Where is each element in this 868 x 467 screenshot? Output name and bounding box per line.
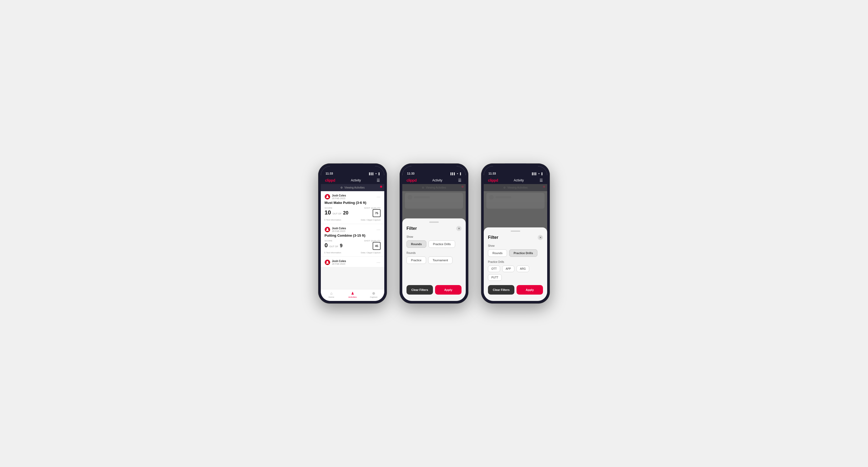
rounds-section-2: Rounds Practice Tournament <box>406 251 462 264</box>
nav-activities[interactable]: ♟ Activities <box>342 291 363 298</box>
rounds-label-2: Rounds <box>406 251 462 254</box>
test-info-text-1: Test Information <box>326 219 341 221</box>
practice-drills-btn-2[interactable]: Practice Drills <box>429 240 455 248</box>
card-footer-2: ℹ Test Information Data: Clippd Capture <box>324 251 380 254</box>
card-header-3: Josh Coles 28 Feb 2023 ··· <box>324 259 380 265</box>
signal-icon: ▌▌▌ <box>369 173 374 175</box>
show-btn-row-2: Rounds Practice Drills <box>406 240 462 248</box>
activity-title-1: Must Make Putting (3-6 ft) <box>324 201 380 205</box>
user-name-1: Josh Coles <box>332 194 346 197</box>
practice-drills-label-3: Practice Drills <box>488 260 543 263</box>
hamburger-icon-3[interactable]: ☰ <box>539 178 543 183</box>
out-of-2: OUT OF <box>329 245 338 248</box>
score-value-2: 0 <box>324 242 328 249</box>
avatar-3 <box>324 259 330 265</box>
notch <box>342 163 363 169</box>
tournament-btn-2[interactable]: Tournament <box>428 256 453 264</box>
modal-actions-2: Clear Filters Apply <box>406 285 462 294</box>
filter-close-2[interactable]: ✕ <box>456 226 462 231</box>
signal-icon-3: ▌▌▌ <box>532 173 537 175</box>
modal-handle-3 <box>511 230 520 232</box>
more-dots-3[interactable]: ··· <box>377 260 380 264</box>
more-dots-2[interactable]: ··· <box>377 227 380 232</box>
test-info-text-2: Test Information <box>326 251 341 254</box>
shot-quality-badge-1: 75 <box>373 209 380 217</box>
battery-icon-3: ▐ <box>541 173 542 175</box>
apply-btn-2[interactable]: Apply <box>435 285 462 294</box>
arg-btn-3[interactable]: ARG <box>517 266 529 272</box>
practice-round-btn-2[interactable]: Practice <box>406 256 426 264</box>
time-3: 11:33 <box>489 172 496 175</box>
ott-btn-3[interactable]: OTT <box>488 266 500 272</box>
clear-filters-btn-2[interactable]: Clear Filters <box>406 285 433 294</box>
capture-icon: ⊕ <box>372 291 375 295</box>
nav-home[interactable]: ⌂ Home <box>321 291 342 298</box>
clear-filters-btn-3[interactable]: Clear Filters <box>488 285 515 294</box>
bottom-nav-1: ⌂ Home ♟ Activities ⊕ Capture <box>321 289 384 301</box>
nav-bar-1: clippd Activity ☰ <box>321 177 384 184</box>
activity-card-1: Josh Coles 28 Feb 2023 ··· Must Make Put… <box>321 191 384 224</box>
show-section-2: Show Rounds Practice Drills <box>406 235 462 248</box>
test-info-2: ℹ Test Information <box>324 251 341 254</box>
user-name-date-2: Josh Coles 28 Feb 2023 <box>332 227 346 232</box>
activity-card-3-partial: Josh Coles 28 Feb 2023 ··· <box>321 257 384 267</box>
putt-btn-3[interactable]: PUTT <box>488 274 502 281</box>
user-info-2: Josh Coles 28 Feb 2023 <box>324 227 346 232</box>
avatar-2 <box>324 227 330 232</box>
phone-3: 11:33 ▌▌▌ ⚭ ▐ clippd Activity ☰ ⚙ Viewin… <box>481 163 550 304</box>
time-1: 11:33 <box>326 172 333 175</box>
user-name-3: Josh Coles <box>332 260 346 262</box>
battery-icon-2: ▐ <box>459 173 461 175</box>
time-2: 11:33 <box>407 172 414 175</box>
filter-close-3[interactable]: ✕ <box>538 235 543 240</box>
home-label: Home <box>329 296 334 298</box>
rounds-btn-2[interactable]: Rounds <box>406 240 426 248</box>
wifi-icon: ⚭ <box>375 173 377 175</box>
user-name-date-3: Josh Coles 28 Feb 2023 <box>332 260 346 265</box>
card-header-2: Josh Coles 28 Feb 2023 ··· <box>324 227 380 232</box>
nav-bar-3: clippd Activity ☰ <box>484 177 547 184</box>
shots-value-1: 20 <box>343 210 348 216</box>
filter-title-2: Filter <box>406 226 417 231</box>
modal-handle-2 <box>429 222 439 223</box>
score-value-1: 10 <box>324 209 331 216</box>
rounds-btn-3[interactable]: Rounds <box>488 249 507 257</box>
score-section-1: Score 10 OUT OF 20 <box>324 207 348 216</box>
phone-3-bg: ⚙ Viewing Activities <box>484 184 547 301</box>
practice-drills-btn-3[interactable]: Practice Drills <box>509 249 537 257</box>
nav-title-2: Activity <box>432 179 442 182</box>
modal-header-2: Filter ✕ <box>406 226 462 231</box>
more-dots-1[interactable]: ··· <box>377 195 380 199</box>
score-section-2: Score 0 OUT OF 9 <box>324 240 342 249</box>
score-label-2: Score <box>324 240 342 242</box>
nav-capture[interactable]: ⊕ Capture <box>363 291 384 298</box>
rounds-btn-row-2: Practice Tournament <box>406 256 462 264</box>
filter-modal-3: Filter ✕ Show Rounds Practice Drills Pra… <box>484 227 547 301</box>
filter-overlay-2: Filter ✕ Show Rounds Practice Drills Rou… <box>402 184 466 301</box>
user-name-date-1: Josh Coles 28 Feb 2023 <box>332 194 346 200</box>
activity-title-2: Putting Combine (3-15 ft) <box>324 234 380 238</box>
show-btn-row-3: Rounds Practice Drills <box>488 249 543 257</box>
notch-3 <box>505 163 526 169</box>
user-info-1: Josh Coles 28 Feb 2023 <box>324 194 346 200</box>
avatar-img-2 <box>325 227 330 232</box>
viewing-bar-1[interactable]: ⚙ Viewing Activities <box>321 184 384 191</box>
test-info-1: ℹ Test Information <box>324 219 341 221</box>
shot-quality-badge-2: 45 <box>373 242 380 250</box>
logo-1: clippd <box>325 178 335 183</box>
out-of-1: OUT OF <box>333 212 341 215</box>
shot-quality-section-1: Shot Quality 75 <box>364 207 380 217</box>
app-btn-3[interactable]: APP <box>502 266 515 272</box>
logo-3: clippd <box>488 178 498 183</box>
card-header-1: Josh Coles 28 Feb 2023 ··· <box>324 194 380 200</box>
phone-1: 11:33 ▌▌▌ ⚭ ▐ clippd Activity ☰ ⚙ Viewin… <box>318 163 387 304</box>
avatar-img-3 <box>325 260 330 265</box>
hamburger-icon-1[interactable]: ☰ <box>377 178 380 183</box>
filter-title-3: Filter <box>488 235 498 240</box>
content-1: Josh Coles 28 Feb 2023 ··· Must Make Put… <box>321 191 384 289</box>
hamburger-icon-2[interactable]: ☰ <box>458 178 462 183</box>
avatar-img-1 <box>325 194 330 199</box>
phone-1-screen: 11:33 ▌▌▌ ⚭ ▐ clippd Activity ☰ ⚙ Viewin… <box>321 166 384 301</box>
home-icon: ⌂ <box>330 291 333 295</box>
apply-btn-3[interactable]: Apply <box>517 285 543 294</box>
